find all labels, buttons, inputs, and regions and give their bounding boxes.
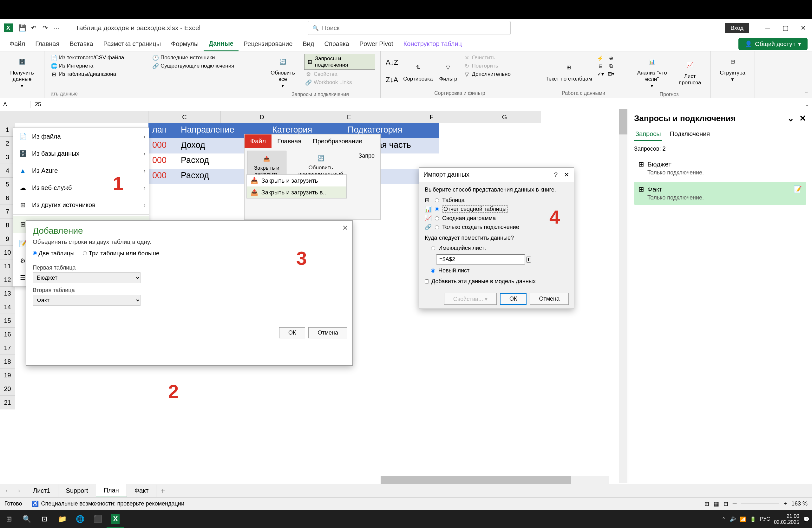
- reapply-button[interactable]: ↻Повторить: [462, 62, 512, 70]
- dialog-close-icon[interactable]: ✕: [564, 171, 569, 178]
- sheet-tab-support[interactable]: Support: [58, 485, 96, 497]
- view-normal-icon[interactable]: ⊞: [705, 500, 709, 508]
- zoom-in-button[interactable]: +: [783, 500, 787, 507]
- menu-from-db[interactable]: 🗄️Из базы данных›: [13, 145, 149, 162]
- advanced-filter-button[interactable]: ▽Дополнительно: [462, 70, 512, 78]
- cell-ref-input[interactable]: [436, 254, 525, 264]
- tab-insert[interactable]: Вставка: [64, 37, 98, 51]
- refresh-all-button[interactable]: 🔄 Обновить все▾: [263, 53, 302, 90]
- cell[interactable]: 000: [148, 169, 177, 184]
- forecast-button[interactable]: 📈Лист прогноза: [673, 53, 707, 90]
- search-box[interactable]: 🔍: [308, 21, 511, 35]
- sheet-tab-list1[interactable]: Лист1: [25, 485, 58, 497]
- import-ok-button[interactable]: ОК: [500, 293, 527, 305]
- language-indicator[interactable]: РУС: [760, 516, 770, 522]
- view-break-icon[interactable]: ⊟: [724, 500, 728, 508]
- datamodel-icon[interactable]: ⊞▾: [608, 71, 614, 77]
- outline-button[interactable]: ⊟Структура▾: [714, 53, 751, 84]
- from-table-button[interactable]: ⊞Из таблицы/диапазона: [49, 70, 255, 78]
- validation-icon[interactable]: ✓▾: [597, 71, 604, 77]
- pq-tab-file[interactable]: Файл: [245, 134, 272, 148]
- radio-existing-sheet[interactable]: [431, 246, 435, 250]
- start-button[interactable]: ⊞: [0, 510, 18, 528]
- query-item-budget[interactable]: ⊞Бюджет Только подключение.: [634, 157, 806, 180]
- formula-expand-icon[interactable]: ⌄: [805, 102, 809, 107]
- tab-view[interactable]: Вид: [298, 37, 319, 51]
- col-d[interactable]: D: [221, 111, 303, 123]
- row-17[interactable]: 17: [0, 341, 15, 355]
- row-13[interactable]: 13: [0, 287, 15, 300]
- get-data-button[interactable]: 🗄️ Получить данные▾: [3, 53, 41, 90]
- row-18[interactable]: 18: [0, 355, 15, 368]
- search-input[interactable]: [322, 25, 506, 32]
- import-cancel-button[interactable]: Отмена: [530, 293, 569, 305]
- whatif-button[interactable]: 📊Анализ "что если"▾: [631, 53, 673, 90]
- row-21[interactable]: 21: [0, 396, 15, 409]
- pane-tab-connections[interactable]: Подключения: [669, 128, 711, 141]
- close-pane-icon[interactable]: ✕: [799, 114, 806, 123]
- menu-from-web[interactable]: ☁Из веб-служб›: [13, 179, 149, 196]
- tab-tabledesign[interactable]: Конструктор таблиц: [398, 37, 467, 51]
- sort-button[interactable]: ⇅Сортировка: [400, 53, 436, 89]
- login-button[interactable]: Вход: [725, 23, 749, 33]
- cell[interactable]: 000: [148, 153, 177, 169]
- filter-button[interactable]: ▽Фильтр: [436, 53, 460, 89]
- chevron-down-icon[interactable]: ⌄: [787, 114, 794, 123]
- maximize-button[interactable]: ▢: [777, 21, 794, 34]
- select-first-table[interactable]: Бюджет: [33, 273, 141, 283]
- radio-two-tables[interactable]: Две таблицы: [33, 250, 74, 257]
- query-item-fact[interactable]: ⊞Факт📝 Только подключение.: [634, 182, 806, 205]
- terminal-icon[interactable]: ⬛: [89, 510, 106, 528]
- select-all-corner[interactable]: [0, 111, 15, 123]
- clear-filter-button[interactable]: ✕Очистить: [462, 54, 512, 61]
- sort-desc-icon[interactable]: Z↓A: [386, 76, 398, 84]
- tab-home[interactable]: Главная: [30, 37, 64, 51]
- tab-review[interactable]: Рецензирование: [238, 37, 298, 51]
- vertical-scrollbar[interactable]: [619, 109, 627, 483]
- flash-fill-icon[interactable]: ⚡: [597, 55, 604, 61]
- append-ok-button[interactable]: ОК: [279, 327, 305, 338]
- close-load-default[interactable]: 📥Закрыть и загрузить: [247, 175, 346, 187]
- tab-pagelayout[interactable]: Разметка страницы: [98, 37, 166, 51]
- text-to-columns-button[interactable]: ⊞Текст по столбцам: [542, 53, 595, 89]
- import-properties-button[interactable]: Свойства... ▾: [444, 293, 497, 305]
- radio-three-tables[interactable]: Три таблицы или больше: [83, 250, 159, 257]
- help-icon[interactable]: ?: [554, 171, 557, 178]
- tray-chevron-icon[interactable]: ⌃: [722, 516, 726, 522]
- recent-sources-button[interactable]: 🕐Последние источники: [151, 54, 235, 61]
- relationships-icon[interactable]: ⧉: [608, 63, 614, 69]
- menu-from-file[interactable]: 📄Из файла›: [13, 128, 149, 145]
- share-button[interactable]: 👤 Общий доступ ▾: [738, 38, 808, 50]
- zoom-out-button[interactable]: ─: [733, 500, 737, 507]
- explorer-icon[interactable]: 📁: [53, 510, 71, 528]
- existing-conn-button[interactable]: 🔗Существующие подключения: [151, 62, 235, 70]
- menu-from-other[interactable]: ⊞Из других источников›: [13, 196, 149, 214]
- notifications-icon[interactable]: 💬: [803, 516, 810, 522]
- view-layout-icon[interactable]: ▦: [714, 500, 719, 508]
- sort-asc-icon[interactable]: A↓Z: [386, 58, 398, 67]
- clock[interactable]: 21:00 02.02.2025: [774, 513, 799, 525]
- col-header[interactable]: [15, 111, 148, 123]
- edit-icon[interactable]: 📝: [794, 186, 802, 193]
- col-c[interactable]: C: [148, 111, 221, 123]
- sheet-nav-next[interactable]: ›: [13, 487, 25, 494]
- sheet-tab-plan[interactable]: План: [96, 484, 127, 498]
- battery-icon[interactable]: 🔋: [750, 516, 756, 522]
- tab-help[interactable]: Справка: [319, 37, 354, 51]
- select-second-table[interactable]: Факт: [33, 295, 141, 306]
- sheet-nav-prev[interactable]: ‹: [0, 487, 13, 494]
- tab-formulas[interactable]: Формулы: [166, 37, 204, 51]
- ribbon-collapse-icon[interactable]: ⌄: [804, 88, 809, 95]
- close-button[interactable]: ✕: [794, 21, 812, 34]
- dialog-close-icon[interactable]: ✕: [342, 224, 348, 232]
- menu-from-azure[interactable]: ▲Из Azure›: [13, 162, 149, 179]
- undo-icon[interactable]: ↶: [29, 23, 39, 33]
- sheet-tab-fact[interactable]: Факт: [127, 485, 156, 497]
- close-load-to[interactable]: 📤Закрыть и загрузить в...: [247, 187, 346, 198]
- radio-table[interactable]: [435, 198, 439, 202]
- add-sheet-button[interactable]: +: [156, 486, 169, 496]
- col-f[interactable]: F: [395, 111, 468, 123]
- network-icon[interactable]: 📶: [740, 516, 746, 522]
- search-taskbar-icon[interactable]: 🔍: [18, 510, 35, 528]
- pane-tab-queries[interactable]: Запросы: [634, 128, 662, 141]
